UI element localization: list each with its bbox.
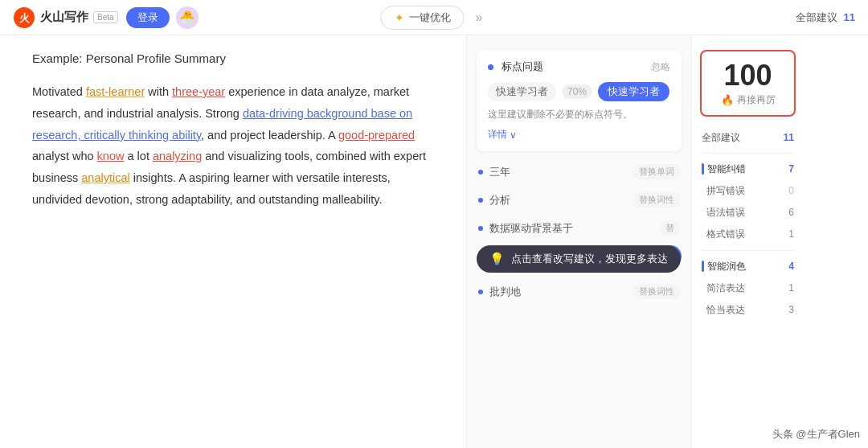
item-label: 拼写错误 — [706, 184, 745, 198]
section-bar-icon — [702, 163, 704, 175]
dot-icon — [478, 290, 483, 294]
divider — [702, 153, 794, 154]
right-all-title: 全部建议 11 — [692, 128, 804, 148]
avatar-button[interactable]: 🐣 — [176, 6, 199, 29]
card-detail-button[interactable]: 详情 ∨ — [488, 128, 670, 142]
suggestion-item-1[interactable]: 分析 替换词性 — [467, 186, 691, 214]
item-action[interactable]: 替换单词 — [633, 164, 680, 179]
nav-center: ✦ 一键优化 » — [381, 6, 488, 30]
item-count: 1 — [788, 228, 794, 240]
bulb-icon: 💡 — [489, 252, 505, 266]
nav-right: 全部建议 11 — [796, 10, 855, 25]
section-bar-icon-2 — [702, 261, 704, 272]
item-label: 三年 — [489, 165, 633, 179]
text-and: , and project leadership. A — [201, 129, 338, 142]
score-sub: 🔥 再接再厉 — [711, 93, 784, 107]
watermark: 头条 @生产者Glen — [772, 427, 860, 442]
all-suggestions-count: 11 — [784, 132, 794, 143]
right-panel: 100 🔥 再接再厉 全部建议 11 智能纠错 7 拼写错误 0 语法错误 6 — [691, 35, 804, 448]
text-analyzing: analyzing — [153, 150, 202, 162]
more-button[interactable]: » — [471, 7, 488, 28]
text-fast-learner: fast-learner — [86, 85, 145, 98]
score-emoji: 🔥 — [721, 94, 734, 106]
word-score: 70% — [563, 84, 592, 99]
suggestions-count: 11 — [844, 11, 855, 23]
optimize-button[interactable]: ✦ 一键优化 — [381, 6, 465, 30]
right-item-concise[interactable]: 简洁表达 1 — [692, 277, 804, 299]
suggestion-panel: 标点问题 忽略 快速学习者 70% 快速学习者 这里建议删除不必要的标点符号。 … — [466, 35, 691, 448]
app-name: 火山写作 — [40, 10, 88, 25]
editor-area[interactable]: Example: Personal Profile Summary Motiva… — [0, 35, 466, 448]
text-three-year: three-year — [172, 85, 225, 98]
main-layout: Example: Personal Profile Summary Motiva… — [0, 35, 868, 448]
text-a-lot: a lot — [124, 150, 152, 162]
text-good-prepared: good-prepared — [338, 129, 415, 142]
suggestion-card-punctuation: 标点问题 忽略 快速学习者 70% 快速学习者 这里建议删除不必要的标点符号。 … — [477, 50, 682, 151]
optimize-label: 一键优化 — [409, 10, 451, 25]
chevron-down-icon: ∨ — [510, 129, 517, 141]
right-item-spelling[interactable]: 拼写错误 0 — [692, 180, 804, 202]
item-label: 恰当表达 — [706, 303, 745, 317]
tooltip-text: 点击查看改写建议，发现更多表达 — [511, 252, 668, 266]
divider-2 — [702, 250, 794, 251]
suggestion-item-3[interactable]: 批判地 替换词性 — [467, 277, 691, 306]
beta-badge: Beta — [93, 11, 118, 23]
text-analytical: analytical — [81, 171, 129, 184]
detail-label: 详情 — [488, 128, 507, 142]
doc-content: Motivated fast-learner with three-year e… — [32, 81, 442, 211]
item-label: 数据驱动背景基于 — [489, 221, 660, 236]
dot-icon — [478, 226, 483, 231]
item-label: 格式错误 — [706, 228, 745, 241]
smart-tone-header: 智能润色 4 — [692, 256, 804, 277]
tooltip-row: 💡 点击查看改写建议，发现更多表达 发现更多表达 2 — [477, 245, 682, 277]
doc-title: Example: Personal Profile Summary — [32, 51, 442, 65]
right-item-grammar[interactable]: 语法错误 6 — [692, 202, 804, 224]
item-label: 简洁表达 — [706, 282, 745, 295]
suggestions-label: 全部建议 — [796, 10, 837, 25]
item-action[interactable]: 替换词性 — [633, 192, 680, 208]
item-label: 批判地 — [489, 285, 633, 299]
card-hint: 这里建议删除不必要的标点符号。 — [488, 108, 670, 121]
score-card: 100 🔥 再接再厉 — [700, 50, 796, 117]
text-analyst: analyst who — [32, 150, 97, 162]
item-count: 3 — [788, 304, 794, 315]
item-count: 1 — [788, 282, 794, 294]
word-row: 快速学习者 70% 快速学习者 — [488, 82, 670, 101]
card-title: 标点问题 — [502, 60, 543, 72]
right-item-format[interactable]: 格式错误 1 — [692, 224, 804, 245]
item-label: 分析 — [489, 193, 633, 208]
item-action[interactable]: 替换词性 — [633, 284, 680, 299]
svg-text:火: 火 — [18, 12, 31, 24]
smart-correction-header: 智能纠错 7 — [692, 158, 804, 180]
card-title-area: 标点问题 — [488, 60, 543, 74]
dot-icon — [478, 198, 483, 203]
word-suggested[interactable]: 快速学习者 — [598, 82, 669, 101]
text-know: know — [97, 150, 125, 162]
section-name: 智能纠错 — [707, 162, 746, 176]
card-header: 标点问题 忽略 — [488, 60, 670, 74]
section-name-2: 智能润色 — [707, 260, 746, 273]
star-icon: ✦ — [395, 11, 404, 24]
text-with: with — [145, 85, 172, 98]
suggestion-item-2[interactable]: 数据驱动背景基于 替 — [467, 214, 691, 242]
tooltip-popup: 💡 点击查看改写建议，发现更多表达 — [477, 245, 681, 273]
card-dot — [488, 64, 493, 70]
item-count: 0 — [788, 185, 794, 196]
text-motivated: Motivated — [32, 85, 86, 98]
logo-icon: 火 — [13, 6, 35, 29]
login-button[interactable]: 登录 — [126, 7, 170, 28]
ignore-button[interactable]: 忽略 — [651, 60, 670, 74]
right-item-appropriate[interactable]: 恰当表达 3 — [692, 299, 804, 321]
all-suggestions-label: 全部建议 — [702, 131, 740, 145]
score-number: 100 — [711, 60, 784, 92]
item-action[interactable]: 替 — [660, 220, 680, 236]
top-nav: 火 火山写作 Beta 登录 🐣 ✦ 一键优化 » 全部建议 11 — [0, 0, 868, 35]
word-original: 快速学习者 — [488, 82, 556, 101]
section-count-2: 4 — [788, 261, 794, 272]
logo-area: 火 火山写作 Beta — [13, 6, 118, 29]
item-count: 6 — [788, 207, 794, 218]
dot-icon — [478, 170, 483, 175]
score-sub-label: 再接再厉 — [737, 93, 776, 107]
suggestion-item-0[interactable]: 三年 替换单词 — [467, 158, 691, 186]
item-label: 语法错误 — [706, 206, 745, 220]
